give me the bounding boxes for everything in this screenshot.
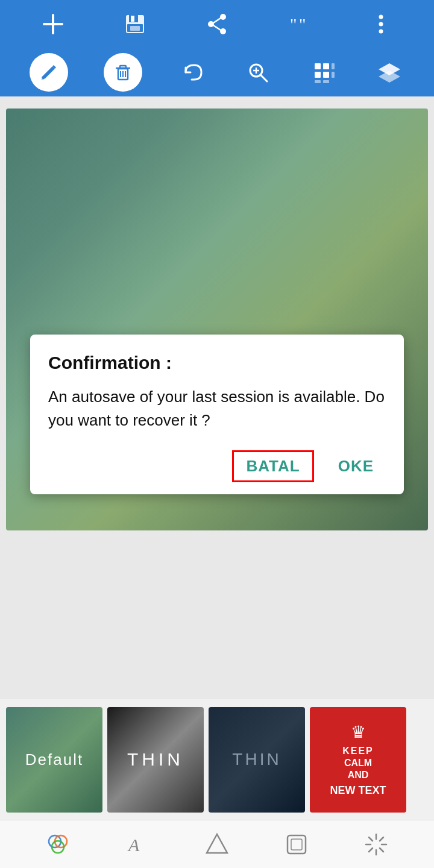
top-toolbar: " " xyxy=(0,0,434,96)
dialog-overlay: Confirmation : An autosave of your last … xyxy=(6,108,428,530)
svg-line-49 xyxy=(380,848,383,852)
toolbar-row2 xyxy=(0,48,434,96)
more-button[interactable] xyxy=(366,9,396,39)
template-thin2-label: THIN xyxy=(232,750,281,769)
colors-nav-button[interactable] xyxy=(40,826,76,863)
svg-point-14 xyxy=(379,15,383,19)
svg-line-24 xyxy=(260,75,267,81)
svg-line-10 xyxy=(213,18,221,23)
svg-text:": " xyxy=(290,15,297,34)
svg-point-8 xyxy=(208,21,214,27)
svg-text:": " xyxy=(299,15,306,34)
svg-rect-27 xyxy=(315,63,321,69)
svg-point-16 xyxy=(379,30,383,34)
main-area: Confirmation : An autosave of your last … xyxy=(0,96,434,723)
text-nav-button[interactable]: A xyxy=(119,826,156,863)
dialog-title: Confirmation : xyxy=(48,353,386,373)
svg-line-48 xyxy=(369,837,373,841)
svg-rect-19 xyxy=(120,66,126,68)
svg-marker-41 xyxy=(207,834,227,853)
svg-rect-34 xyxy=(332,72,335,78)
svg-point-9 xyxy=(220,28,226,34)
delete-button[interactable] xyxy=(104,53,142,92)
template-default[interactable]: Default xyxy=(6,707,102,813)
svg-point-7 xyxy=(220,14,226,20)
bottom-nav: A xyxy=(0,820,434,868)
svg-rect-32 xyxy=(323,80,329,83)
add-button[interactable] xyxy=(38,9,68,39)
svg-rect-33 xyxy=(332,63,335,69)
svg-text:A: A xyxy=(127,835,140,855)
keep-calm-line2: CALM xyxy=(344,758,372,769)
svg-rect-28 xyxy=(323,63,329,69)
template-thin1-label: THIN xyxy=(127,749,184,770)
template-thin1[interactable]: THIN xyxy=(107,707,204,813)
effects-nav-button[interactable] xyxy=(358,826,394,863)
keep-calm-line3: AND xyxy=(348,770,369,781)
svg-rect-4 xyxy=(131,16,134,22)
svg-rect-30 xyxy=(323,72,329,78)
toolbar-row1: " " xyxy=(0,0,434,48)
zoom-button[interactable] xyxy=(243,57,273,87)
svg-rect-31 xyxy=(315,80,321,83)
keep-calm-content: ♛ KEEP CALM AND NEW TEXT xyxy=(324,716,392,803)
svg-rect-42 xyxy=(288,835,306,854)
crown-icon: ♛ xyxy=(351,722,366,742)
grid-button[interactable] xyxy=(309,57,339,87)
template-strip: Default THIN THIN ♛ KEEP CALM AND NEW TE… xyxy=(0,699,434,820)
share-button[interactable] xyxy=(202,9,232,39)
save-button[interactable] xyxy=(120,9,150,39)
dialog-message: An autosave of your last session is avai… xyxy=(48,385,386,432)
template-keepcalm[interactable]: ♛ KEEP CALM AND NEW TEXT xyxy=(310,707,406,813)
template-default-label: Default xyxy=(25,750,83,769)
canvas-area: Confirmation : An autosave of your last … xyxy=(6,108,428,530)
undo-button[interactable] xyxy=(178,57,208,87)
svg-line-51 xyxy=(369,848,373,852)
keep-calm-line4: NEW TEXT xyxy=(330,784,386,797)
svg-line-11 xyxy=(213,25,221,30)
dialog-buttons: BATAL OKE xyxy=(48,450,386,482)
layers-button[interactable] xyxy=(374,57,404,87)
cancel-button[interactable]: BATAL xyxy=(232,450,313,482)
confirmation-dialog: Confirmation : An autosave of your last … xyxy=(30,335,404,494)
svg-rect-43 xyxy=(291,839,302,850)
template-thin2[interactable]: THIN xyxy=(209,707,305,813)
svg-rect-6 xyxy=(130,26,140,31)
edit-button[interactable] xyxy=(30,53,68,92)
ok-button[interactable]: OKE xyxy=(326,450,386,482)
svg-rect-29 xyxy=(315,72,321,78)
frame-nav-button[interactable] xyxy=(278,826,315,863)
keep-calm-line1: KEEP xyxy=(342,746,374,756)
svg-point-15 xyxy=(379,22,383,27)
svg-line-50 xyxy=(380,837,383,841)
shape-nav-button[interactable] xyxy=(199,826,235,863)
quote-button[interactable]: " " xyxy=(284,9,314,39)
svg-marker-36 xyxy=(379,71,400,83)
